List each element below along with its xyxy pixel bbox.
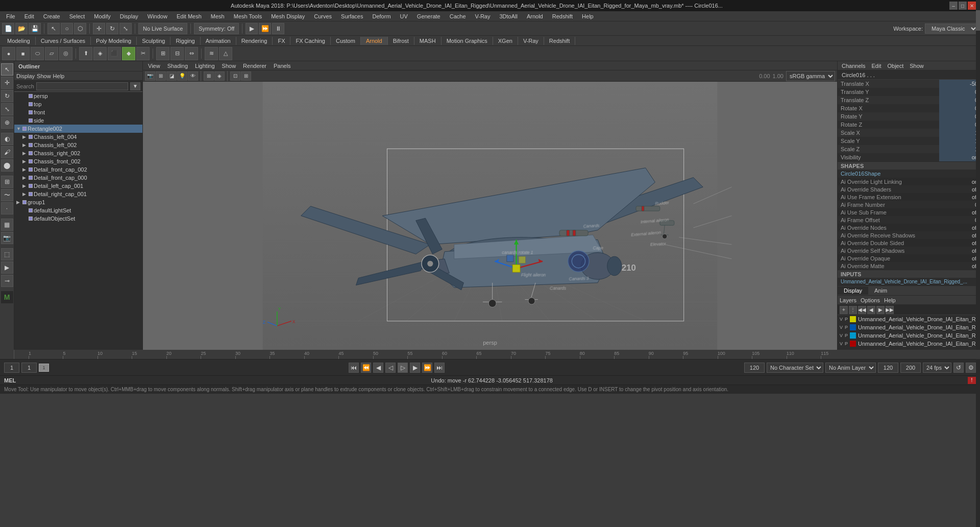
viewport-canvas[interactable]: 210 [143, 82, 837, 350]
menu-item-curves[interactable]: Curves [310, 12, 336, 20]
go-start-button[interactable]: ⏮ [349, 363, 359, 373]
channel-row-translate-x[interactable]: Translate X-50 [838, 80, 980, 88]
camera-tool-icon[interactable]: 📷 [1, 232, 13, 244]
selection-tool-icon[interactable]: ↖ [1, 63, 13, 76]
layer-submenu-layers[interactable]: Layers [840, 297, 856, 303]
menu-item-redshift[interactable]: Redshift [548, 12, 577, 20]
channel-row-scale-y[interactable]: Scale Y1 [838, 137, 980, 145]
minimize-button[interactable]: – [949, 2, 958, 10]
shelf-bridge[interactable]: ⬛ [108, 47, 121, 60]
channel-menu-edit[interactable]: Edit [871, 63, 881, 69]
outliner-item-detail_right_cap_001[interactable]: ▶Detail_right_cap_001 [14, 190, 142, 198]
outliner-search-input[interactable] [36, 82, 128, 90]
menu-item-window[interactable]: Window [143, 12, 172, 20]
arnold-row-ai-override-shaders[interactable]: Ai Override Shadersoff [838, 185, 980, 193]
layer-visibility[interactable]: V [840, 316, 843, 322]
outliner-menu-display[interactable]: Display [16, 73, 35, 79]
snap-point-icon[interactable]: · [1, 202, 13, 214]
menu-item-modify[interactable]: Modify [90, 12, 114, 20]
move-tool-button[interactable]: ✛ [93, 23, 105, 34]
channel-value[interactable]: 0 [939, 96, 980, 104]
layer-visibility[interactable]: V [840, 341, 843, 347]
layer-visibility[interactable]: V [840, 324, 843, 330]
layer-nav-btn-1[interactable]: ◀ [867, 306, 875, 314]
outliner-menu-show[interactable]: Show [37, 73, 51, 79]
outliner-item-detail_front_cap_000[interactable]: ▶Detail_front_cap_000 [14, 174, 142, 182]
symmetry-dropdown[interactable]: Symmetry: Off [194, 23, 239, 34]
outliner-menu-help[interactable]: Help [53, 73, 65, 79]
module-item-arnold[interactable]: Arnold [361, 37, 388, 45]
no-anim-layer-dropdown[interactable]: No Anim Layer [825, 363, 876, 373]
menu-item-arnold[interactable]: Arnold [523, 12, 547, 20]
module-item-v-ray[interactable]: V-Ray [518, 37, 544, 45]
prev-key-button[interactable]: ◀ [373, 363, 383, 373]
viewport-menu-renderer[interactable]: Renderer [240, 63, 270, 69]
range-end-input[interactable] [878, 363, 898, 373]
menu-item-deform[interactable]: Deform [368, 12, 395, 20]
module-item-fx-caching[interactable]: FX Caching [290, 37, 330, 45]
channel-value[interactable]: 1 [939, 129, 980, 137]
shelf-poly-cube[interactable]: ■ [16, 47, 30, 60]
arnold-row-ai-frame-offset[interactable]: Ai Frame Offset0 [838, 216, 980, 224]
maximize-button[interactable]: □ [959, 2, 967, 10]
channel-value[interactable]: 0 [939, 104, 980, 112]
vp-frame-sel-button[interactable]: ⊞ [241, 71, 251, 81]
next-key-button[interactable]: ▶ [410, 363, 420, 373]
module-item-custom[interactable]: Custom [331, 37, 361, 45]
module-item-modeling[interactable]: Modeling [2, 37, 36, 45]
outliner-item-persp[interactable]: persp [14, 92, 142, 100]
arnold-row-ai-override-matte[interactable]: Ai Override Matteoff [838, 262, 980, 270]
channel-value[interactable]: 0 [939, 88, 980, 96]
scale-tool-button[interactable]: ⤡ [119, 23, 132, 34]
channel-value[interactable]: 1 [939, 137, 980, 145]
arnold-row-ai-override-self-shadows[interactable]: Ai Override Self Shadowsoff [838, 247, 980, 254]
workspace-selector[interactable]: Maya Classic [925, 23, 978, 34]
layer-playback[interactable]: P [845, 324, 848, 330]
scale-tool-icon[interactable]: ⤡ [1, 103, 13, 115]
viewport-menu-view[interactable]: View [145, 63, 163, 69]
add-layer-button[interactable]: + [840, 306, 848, 314]
vp-show-button[interactable]: 👁 [188, 71, 198, 81]
current-frame-input[interactable] [21, 363, 37, 373]
channel-row-rotate-y[interactable]: Rotate Y0 [838, 112, 980, 121]
channel-value[interactable]: on [939, 153, 980, 161]
outliner-item-defaultobjectset[interactable]: defaultObjectSet [14, 214, 142, 223]
menu-item-display[interactable]: Display [116, 12, 142, 20]
anim-icon[interactable]: ▶ [1, 261, 13, 274]
shelf-poly-cylinder[interactable]: ⬭ [31, 47, 44, 60]
play-back-button[interactable]: ◁ [385, 363, 396, 373]
layer-playback[interactable]: P [845, 316, 848, 322]
outliner-item-defaultlightset[interactable]: defaultLightSet [14, 206, 142, 214]
vp-frame-all-button[interactable]: ⊡ [230, 71, 240, 81]
module-item-rigging[interactable]: Rigging [170, 37, 200, 45]
channel-row-translate-y[interactable]: Translate Y0 [838, 88, 980, 96]
channel-menu-object[interactable]: Object [887, 63, 903, 69]
menu-item-mesh[interactable]: Mesh [207, 12, 229, 20]
lasso-select-button[interactable]: ○ [61, 23, 73, 34]
outliner-item-chassis_left_002[interactable]: ▶Chassis_left_002 [14, 141, 142, 149]
timeline[interactable]: 1510152025303540455055606570758085909510… [0, 350, 980, 359]
start-frame-input[interactable] [4, 363, 19, 373]
rendering-icon[interactable]: ▦ [1, 219, 13, 231]
rotate-tool-button[interactable]: ↻ [106, 23, 118, 34]
channel-value[interactable]: 1 [939, 145, 980, 153]
shelf-poly-sphere[interactable]: ● [2, 47, 15, 60]
timeline-numbers[interactable]: 1510152025303540455055606570758085909510… [29, 350, 837, 359]
select-tool-button[interactable]: ↖ [47, 23, 60, 34]
module-item-xgen[interactable]: XGen [493, 37, 518, 45]
channel-value[interactable]: -50 [939, 80, 980, 88]
vp-lighting-button[interactable]: 💡 [177, 71, 187, 81]
go-end-button[interactable]: ⏭ [434, 363, 445, 373]
menu-item-create[interactable]: Create [39, 12, 64, 20]
right-scrollbar[interactable] [976, 0, 980, 527]
viewport-menu-panels[interactable]: Panels [271, 63, 294, 69]
paint-tool-icon[interactable]: 🖌 [1, 146, 13, 158]
layer-playback[interactable]: P [845, 332, 848, 339]
sculpt-icon[interactable]: ⬤ [1, 159, 13, 172]
module-item-bifrost[interactable]: Bifrost [388, 37, 414, 45]
arnold-row-ai-override-receive-shadows[interactable]: Ai Override Receive Shadowsoff [838, 231, 980, 239]
layer-row-3[interactable]: VPUnmanned_Aerial_Vehicle_Drone_IAI_Eita… [838, 340, 980, 348]
stop-render-button[interactable]: ⏸ [272, 23, 284, 34]
outliner-item-detail_left_cap_001[interactable]: ▶Detail_left_cap_001 [14, 182, 142, 190]
menu-item-surfaces[interactable]: Surfaces [337, 12, 367, 20]
